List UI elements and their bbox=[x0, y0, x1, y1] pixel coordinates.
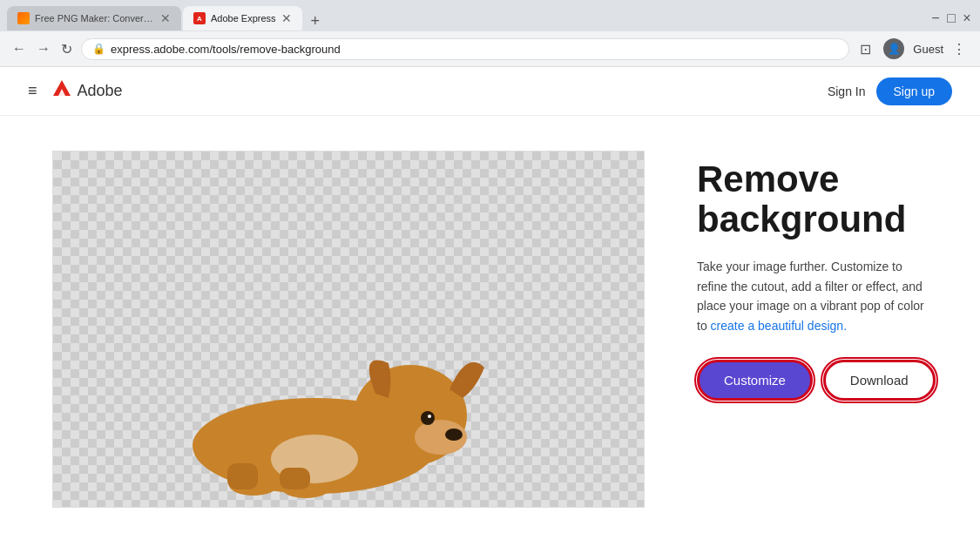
cast-button[interactable]: ⊡ bbox=[856, 39, 875, 59]
window-controls: − □ × bbox=[929, 12, 973, 24]
action-buttons: Customize Download bbox=[697, 360, 936, 401]
forward-button[interactable]: → bbox=[35, 39, 52, 58]
tab-2-close[interactable]: ✕ bbox=[281, 11, 292, 25]
lock-icon: 🔒 bbox=[92, 43, 105, 55]
dog-image bbox=[140, 263, 506, 507]
hamburger-menu[interactable]: ≡ bbox=[28, 82, 37, 100]
tab-2-favicon: A bbox=[193, 12, 206, 24]
adobe-logo[interactable]: Adobe bbox=[51, 78, 123, 105]
tab-1-label: Free PNG Maker: Convert a JP... bbox=[35, 13, 155, 24]
svg-rect-12 bbox=[280, 468, 310, 489]
user-avatar: 👤 bbox=[883, 38, 904, 59]
address-text: express.adobe.com/tools/remove-backgroun… bbox=[111, 43, 341, 56]
svg-rect-11 bbox=[227, 463, 258, 489]
close-button[interactable]: × bbox=[961, 12, 973, 24]
image-container bbox=[52, 151, 645, 508]
description-link[interactable]: create a beautiful design. bbox=[711, 319, 847, 333]
svg-point-7 bbox=[428, 415, 431, 418]
tab-1-close[interactable]: ✕ bbox=[160, 11, 171, 25]
guest-label: Guest bbox=[913, 43, 943, 56]
maximize-button[interactable]: □ bbox=[945, 12, 957, 24]
address-input[interactable]: 🔒 express.adobe.com/tools/remove-backgro… bbox=[81, 38, 849, 60]
tab-2[interactable]: A Adobe Express ✕ bbox=[183, 6, 302, 30]
title-bar: Free PNG Maker: Convert a JP... ✕ A Adob… bbox=[0, 0, 980, 31]
svg-point-6 bbox=[421, 411, 435, 425]
address-bar: ← → ↻ 🔒 express.adobe.com/tools/remove-b… bbox=[0, 31, 980, 66]
reload-button[interactable]: ↻ bbox=[59, 39, 74, 59]
right-panel: Remove background Take your image furthe… bbox=[697, 151, 936, 401]
sign-in-button[interactable]: Sign In bbox=[828, 84, 866, 98]
page-title: Remove background bbox=[697, 159, 936, 240]
top-nav: ≡ Adobe Sign In Sign up bbox=[0, 67, 980, 116]
profile-button[interactable]: 👤 bbox=[880, 37, 908, 61]
main-content: Remove background Take your image furthe… bbox=[0, 116, 980, 543]
adobe-icon bbox=[51, 78, 72, 105]
menu-button[interactable]: ⋮ bbox=[949, 39, 970, 59]
svg-point-5 bbox=[445, 428, 463, 441]
sign-up-button[interactable]: Sign up bbox=[876, 78, 952, 105]
back-button[interactable]: ← bbox=[10, 39, 28, 58]
minimize-button[interactable]: − bbox=[929, 12, 942, 24]
tab-1[interactable]: Free PNG Maker: Convert a JP... ✕ bbox=[7, 6, 181, 30]
customize-button[interactable]: Customize bbox=[697, 360, 813, 401]
adobe-text: Adobe bbox=[78, 82, 123, 100]
browser-chrome: Free PNG Maker: Convert a JP... ✕ A Adob… bbox=[0, 0, 980, 67]
nav-left: ≡ Adobe bbox=[28, 78, 123, 105]
description-text: Take your image further. Customize to re… bbox=[697, 257, 936, 335]
image-area bbox=[52, 151, 645, 508]
tab-2-label: Adobe Express bbox=[211, 13, 276, 24]
new-tab-button[interactable]: + bbox=[304, 12, 328, 30]
tab-1-favicon bbox=[17, 12, 30, 24]
browser-actions: ⊡ 👤 Guest ⋮ bbox=[856, 37, 970, 61]
tab-bar: Free PNG Maker: Convert a JP... ✕ A Adob… bbox=[7, 6, 929, 30]
download-button[interactable]: Download bbox=[823, 360, 936, 401]
page: ≡ Adobe Sign In Sign up bbox=[0, 67, 980, 543]
nav-right: Sign In Sign up bbox=[828, 78, 952, 105]
